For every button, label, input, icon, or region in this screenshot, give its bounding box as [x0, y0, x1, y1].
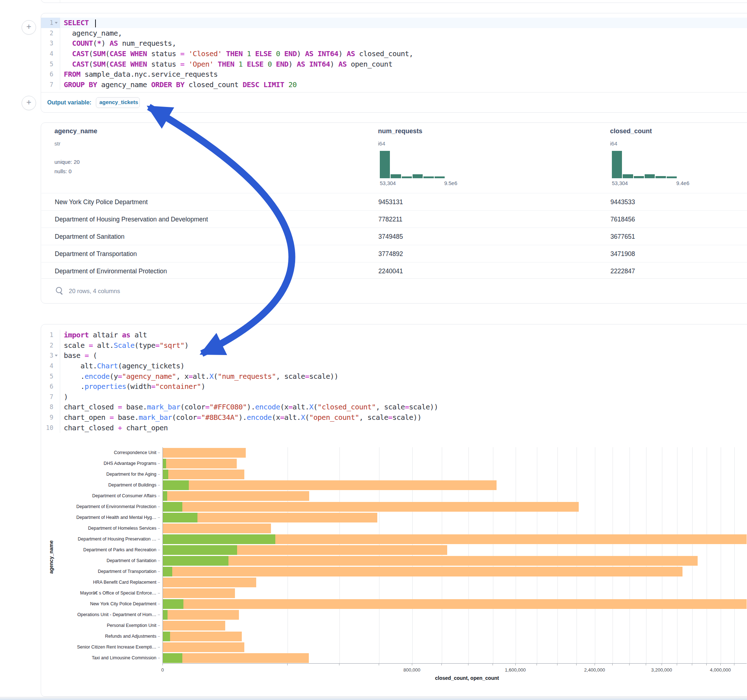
- bar-open-count: [163, 480, 189, 490]
- x-axis-tick: [379, 663, 379, 665]
- table-cell: Department of Sanitation: [55, 233, 125, 241]
- previous-cell-gutter-line: [60, 0, 60, 3]
- column-name: agency_name: [54, 127, 97, 135]
- bar-open-count: [163, 632, 170, 641]
- line-number: 4: [50, 362, 53, 370]
- histogram-min-label: 53,304: [380, 180, 396, 186]
- bar-row: [163, 502, 747, 512]
- table-row[interactable]: New York City Police Department945313194…: [41, 193, 747, 211]
- gridline: [537, 447, 537, 663]
- y-axis-label: Department of Transportation: [41, 566, 160, 577]
- gridline: [629, 447, 630, 663]
- text-cursor: [95, 20, 96, 27]
- table-cell: Department of Transportation: [55, 250, 137, 258]
- x-axis-tick-label: 2,400,000: [584, 667, 605, 673]
- table-cell: New York City Police Department: [55, 198, 148, 206]
- column-name: num_requests: [378, 127, 422, 135]
- table-row[interactable]: Department of Housing Preservation and D…: [41, 210, 747, 228]
- bar-open-count: [163, 545, 237, 555]
- bar-row: [163, 621, 747, 631]
- table-cell: 7618456: [611, 216, 635, 223]
- code-line: 1import altair as alt: [41, 330, 747, 340]
- table-cell: 3677651: [611, 233, 635, 241]
- bar-closed-count: [163, 556, 698, 566]
- code-line: 10chart_closed + chart_open: [41, 422, 747, 433]
- table-cell: 9453131: [378, 198, 403, 206]
- row-column-count: 20 rows, 4 columns: [69, 288, 120, 294]
- x-axis-tick: [612, 663, 612, 665]
- y-axis-label: Taxi and Limousine Commission: [41, 652, 160, 663]
- table-row[interactable]: Department of Transportation377489234719…: [41, 245, 747, 262]
- code-line: 6 .properties(width="container"): [41, 381, 747, 392]
- bar-closed-count: [163, 588, 235, 598]
- table-cell: 3471908: [611, 250, 635, 258]
- gridline: [469, 447, 469, 663]
- bar-row: [163, 653, 747, 663]
- code-line: 2scale = alt.Scale(type="sqrt"): [41, 340, 747, 351]
- table-row[interactable]: Department of Environmental Protection22…: [41, 262, 747, 280]
- x-axis-tick: [442, 663, 442, 665]
- search-icon[interactable]: [56, 287, 64, 295]
- python-code-editor[interactable]: 1import altair as alt2scale = alt.Scale(…: [41, 330, 747, 433]
- x-axis-tick: [720, 663, 721, 665]
- column-type: i64: [610, 140, 617, 146]
- add-cell-button-middle[interactable]: +: [22, 96, 36, 110]
- line-number: 6: [50, 383, 53, 390]
- bar-closed-count: [163, 578, 256, 587]
- y-axis-label: DHS Advantage Programs: [41, 458, 160, 469]
- bar-open-count: [163, 502, 182, 512]
- table-footer: 20 rows, 4 columns: [41, 278, 747, 303]
- code-line: 3base = (: [41, 350, 747, 361]
- bar-row: [163, 632, 747, 641]
- output-variable-input[interactable]: agency_tickets: [96, 97, 140, 108]
- table-cell: 2222847: [611, 267, 635, 275]
- bar-row: [163, 599, 747, 609]
- sql-cell: 1SELECT 2 agency_name,3 COUNT(*) AS num_…: [41, 13, 747, 113]
- bar-closed-count: [163, 448, 246, 458]
- bar-closed-count: [163, 480, 496, 490]
- bar-closed-count: [163, 643, 244, 652]
- x-axis-tick: [734, 663, 734, 665]
- bar-closed-count: [163, 621, 225, 631]
- bar-row: [163, 491, 747, 501]
- bar-row: [163, 469, 747, 479]
- line-number: 5: [50, 373, 53, 380]
- table-cell: 7782211: [378, 216, 402, 223]
- plus-icon: +: [26, 22, 31, 31]
- chevron-down-icon[interactable]: [55, 22, 57, 24]
- code-line: 8chart_closed = base.mark_bar(color="#FF…: [41, 402, 747, 412]
- sql-code-editor[interactable]: 1SELECT 2 agency_name,3 COUNT(*) AS num_…: [41, 18, 747, 90]
- bar-open-count: [163, 459, 166, 468]
- y-axis-label: Department of Health and Mental Hyg…: [41, 512, 160, 523]
- gridline: [646, 447, 646, 663]
- gridline: [287, 447, 288, 663]
- column-type: str: [54, 140, 60, 146]
- code-line: 7): [41, 392, 747, 402]
- x-axis-tick: [515, 663, 516, 665]
- y-axis-label: Department of Environmental Protection: [41, 501, 160, 512]
- bar-closed-count: [163, 567, 682, 576]
- code-line: 1SELECT: [41, 18, 747, 28]
- line-number: 4: [50, 50, 53, 57]
- y-axis-label: Department of Consumer Affairs: [41, 490, 160, 501]
- gridline: [379, 447, 380, 663]
- sql-cell-footer: Output variable: agency_tickets: [41, 92, 747, 112]
- table-row[interactable]: Department of Sanitation37494853677651: [41, 228, 747, 245]
- code-line: 4 CAST(SUM(CASE WHEN status = 'Closed' T…: [41, 48, 747, 59]
- bar-open-count: [163, 513, 198, 522]
- bar-closed-count: [163, 502, 579, 512]
- y-axis-label: Correspondence Unit: [41, 447, 160, 458]
- bar-row: [163, 556, 747, 566]
- table-cell: 9443533: [611, 198, 635, 206]
- chevron-down-icon[interactable]: [55, 355, 57, 356]
- add-cell-button-top[interactable]: +: [22, 20, 36, 35]
- bar-closed-count: [163, 491, 309, 501]
- bar-open-count: [163, 469, 168, 479]
- x-axis-tick-label: 3,200,000: [651, 667, 672, 673]
- column-stat: unique: 20: [54, 157, 80, 167]
- y-axis-label: Department of Buildings: [41, 480, 160, 490]
- code-line: 6FROM sample_data.nyc.service_requests: [41, 69, 747, 80]
- x-axis-tick-label: 4,000,000: [710, 667, 731, 673]
- bar-open-count: [163, 567, 172, 576]
- bar-closed-count: [163, 610, 239, 620]
